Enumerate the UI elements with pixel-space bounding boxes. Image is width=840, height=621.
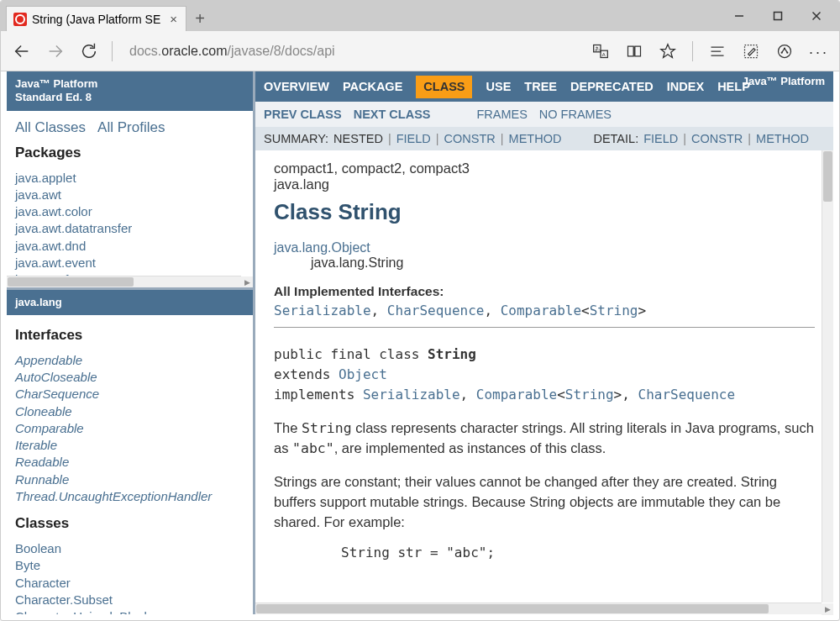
no-frames-link[interactable]: NO FRAMES [539,108,612,121]
class-title: Class String [274,199,815,225]
impl-serializable-link[interactable]: Serializable [363,387,460,403]
summary-field-link[interactable]: FIELD [396,132,431,145]
impl-string-link[interactable]: String [565,387,614,403]
nav-brand: Java™ Platform [743,75,825,88]
svg-line-21 [785,48,787,52]
nav-tree[interactable]: TREE [524,80,557,93]
package-link[interactable]: java.awt [15,187,244,203]
summary-method-link[interactable]: METHOD [509,132,562,145]
main-vertical-scrollbar[interactable] [822,150,833,603]
interface-link[interactable]: Cloneable [15,403,244,420]
tab-close-icon[interactable]: × [168,12,179,26]
detail-field-link[interactable]: FIELD [643,132,678,145]
svg-text:あ: あ [595,46,600,52]
interface-link[interactable]: CharSequence [15,386,244,403]
package-link[interactable]: java.awt.datatransfer [15,220,244,237]
overview-horizontal-scrollbar[interactable]: ▶ [7,276,241,287]
interface-link[interactable]: Thread.UncaughtExceptionHandler [15,488,244,505]
oracle-favicon [13,13,27,26]
class-link[interactable]: Boolean [15,540,244,557]
browser-address-bar: docs.oracle.com/javase/8/docs/api あA ··· [1,31,839,71]
main-horizontal-scrollbar[interactable]: ▶ [255,603,822,614]
all-classes-link[interactable]: All Classes [15,119,86,136]
description-paragraph-1: The String class represents character st… [274,418,815,459]
svg-point-16 [778,45,790,57]
svg-rect-1 [774,13,782,20]
next-class-link[interactable]: NEXT CLASS [354,108,431,121]
summary-constr-link[interactable]: CONSTR [444,132,496,145]
impl-comparable-link[interactable]: Comparable [476,387,557,403]
interface-link[interactable]: Runnable [15,471,244,488]
prev-class-link[interactable]: PREV CLASS [264,108,342,121]
interface-link[interactable]: Comparable [15,420,244,437]
divider [274,327,815,328]
lineage-object-link[interactable]: java.lang.Object [274,240,370,255]
sub-nav: PREV CLASS NEXT CLASS FRAMES NO FRAMES [255,102,833,127]
class-declaration: public final class String extends Object… [274,345,815,405]
svg-text:A: A [602,51,606,56]
divider [692,41,693,61]
browser-tab[interactable]: String (Java Platform SE × [6,6,186,31]
package-link[interactable]: java.awt.color [15,203,244,220]
package-frame-header: java.lang [7,290,253,315]
new-tab-button[interactable]: + [186,6,213,31]
iface-string-link[interactable]: String [590,303,638,318]
package-name-text: java.lang [274,176,815,192]
share-icon[interactable] [775,42,794,61]
window-close-button[interactable] [797,3,836,29]
interface-link[interactable]: Iterable [15,437,244,454]
nav-package[interactable]: PACKAGE [343,80,402,93]
more-menu-icon[interactable]: ··· [809,43,829,60]
overview-frame-header: Java™ Platform Standard Ed. 8 [7,71,253,111]
packages-heading: Packages [15,145,244,161]
interface-link[interactable]: AutoCloseable [15,369,244,386]
hub-icon[interactable] [708,42,727,61]
summary-nav: SUMMARY: NESTED| FIELD| CONSTR| METHOD D… [255,127,833,150]
description-paragraph-2: Strings are constant; their values canno… [274,472,815,533]
translate-icon[interactable]: あA [591,42,610,61]
tab-title: String (Java Platform SE [32,13,163,26]
class-link[interactable]: Character.Subset [15,592,244,608]
nav-overview[interactable]: OVERVIEW [264,80,329,93]
iface-charsequence-link[interactable]: CharSequence [387,303,485,318]
class-content: compact1, compact2, compact3 java.lang C… [255,150,833,614]
nav-use[interactable]: USE [486,80,511,93]
implemented-interfaces-label: All Implemented Interfaces: [274,284,815,299]
back-button[interactable] [11,40,33,62]
package-link[interactable]: java.applet [15,170,244,187]
package-link[interactable]: java.awt.dnd [15,238,244,255]
reading-view-icon[interactable] [625,42,643,61]
favorite-icon[interactable] [659,42,677,61]
divider [112,41,113,61]
refresh-button[interactable] [78,40,100,62]
lineage-string: java.lang.String [311,255,815,271]
notes-icon[interactable] [742,42,760,61]
all-profiles-link[interactable]: All Profiles [97,119,165,136]
svg-line-20 [782,48,785,52]
iface-serializable-link[interactable]: Serializable [274,303,371,318]
class-link[interactable]: Character [15,575,244,592]
nav-deprecated[interactable]: DEPRECATED [570,80,654,93]
nav-class[interactable]: CLASS [416,76,472,98]
nav-index[interactable]: INDEX [667,80,704,93]
window-maximize-button[interactable] [759,3,797,29]
class-link[interactable]: Byte [15,557,244,574]
iface-comparable-link[interactable]: Comparable [501,303,581,318]
class-link[interactable]: Character.UnicodeBlock [15,608,244,614]
detail-method-link[interactable]: METHOD [756,132,809,145]
interface-link[interactable]: Appendable [15,352,244,369]
svg-marker-11 [661,44,675,57]
class-frame: OVERVIEW PACKAGE CLASS USE TREE DEPRECAT… [255,71,833,614]
frames-link[interactable]: FRAMES [476,108,527,121]
interface-link[interactable]: Readable [15,454,244,471]
extends-object-link[interactable]: Object [339,366,387,382]
browser-tab-strip: String (Java Platform SE × + [1,1,839,31]
window-minimize-button[interactable] [720,3,759,29]
profiles-text: compact1, compact2, compact3 [274,161,815,176]
url-field[interactable]: docs.oracle.com/javase/8/docs/api [124,44,580,59]
code-example: String str = "abc"; [341,545,815,560]
detail-constr-link[interactable]: CONSTR [691,132,743,145]
package-link[interactable]: java.awt.event [15,255,244,271]
impl-charsequence-link[interactable]: CharSequence [638,387,736,403]
forward-button[interactable] [45,40,66,62]
